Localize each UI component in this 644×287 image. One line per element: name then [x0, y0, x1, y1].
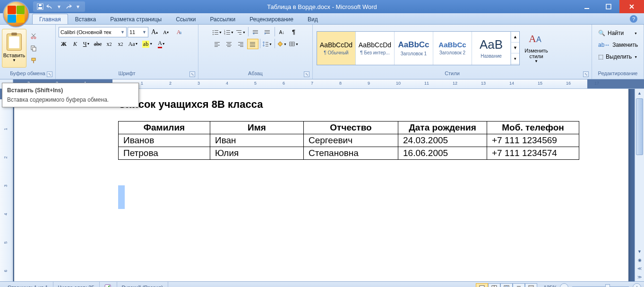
format-painter-button[interactable] — [28, 55, 39, 66]
style-item-4[interactable]: AaBНазвание — [472, 32, 511, 65]
font-size-combo[interactable]: 11▼ — [128, 27, 148, 37]
style-item-3[interactable]: AaBbCcЗаголовок 2 — [433, 32, 472, 65]
vertical-scrollbar[interactable]: ▲ ▼ ◉ ≪ ≫ — [635, 89, 644, 281]
tab-mailings[interactable]: Рассылки — [203, 14, 242, 24]
align-center-button[interactable] — [223, 39, 235, 49]
document-table[interactable]: ФамилияИмяОтчествоДата рожденияМоб. теле… — [118, 121, 579, 160]
gallery-more[interactable]: ▾ — [511, 53, 519, 64]
superscript-button[interactable]: x2 — [115, 39, 126, 49]
sort-button[interactable]: A↓ — [276, 27, 288, 37]
help-icon[interactable]: ? — [630, 15, 637, 23]
prev-page-button[interactable]: ≪ — [635, 264, 644, 273]
show-marks-button[interactable]: ¶ — [288, 27, 300, 37]
paragraph-dialog-launcher[interactable]: ⤡ — [304, 71, 309, 77]
maximize-button[interactable] — [598, 0, 619, 13]
scroll-thumb[interactable] — [636, 98, 643, 155]
web-layout-view-button[interactable] — [500, 283, 513, 287]
qat-customize-icon[interactable]: ▾ — [74, 2, 82, 11]
scroll-up-button[interactable]: ▲ — [635, 89, 644, 97]
gallery-down[interactable]: ▼ — [511, 43, 519, 53]
subscript-button[interactable]: x2 — [104, 39, 114, 49]
spell-check-icon[interactable] — [100, 282, 117, 287]
language-status[interactable]: Русский (Россия) — [117, 282, 168, 287]
save-icon[interactable] — [36, 2, 44, 11]
next-page-button[interactable]: ≫ — [635, 273, 644, 281]
table-cell[interactable]: +7 111 1234569 — [487, 134, 579, 147]
table-cell[interactable]: Иванов — [119, 134, 210, 147]
office-button[interactable] — [3, 1, 29, 27]
change-styles-button[interactable]: AA Изменить стили ▼ — [522, 31, 551, 65]
font-dialog-launcher[interactable]: ⤡ — [189, 71, 195, 77]
style-item-1[interactable]: AaBbCcDd¶ Без интер... — [356, 32, 395, 65]
font-name-combo[interactable]: Calibri (Основной тек▼ — [59, 27, 127, 37]
minimize-button[interactable] — [576, 0, 598, 13]
close-button[interactable] — [619, 0, 644, 13]
italic-button[interactable]: К — [70, 39, 80, 49]
table-header-cell[interactable]: Дата рождения — [398, 122, 487, 134]
numbering-button[interactable]: 123▼ — [223, 27, 235, 37]
table-row[interactable]: ИвановИванСергеевич24.03.2005+7 111 1234… — [119, 134, 579, 147]
style-item-2[interactable]: AaBbCcЗаголовок 1 — [395, 32, 433, 65]
table-header-cell[interactable]: Моб. телефон — [487, 122, 579, 134]
table-cell[interactable]: 16.06.2005 — [398, 147, 487, 160]
shading-button[interactable]: ▼ — [276, 39, 288, 49]
style-item-0[interactable]: AaBbCcDd¶ Обычный — [317, 32, 356, 65]
strikethrough-button[interactable]: abc — [93, 39, 103, 49]
print-layout-view-button[interactable] — [476, 283, 488, 287]
cut-button[interactable] — [28, 30, 39, 42]
select-button[interactable]: ⬚Выделить ▼ — [595, 51, 640, 62]
table-cell[interactable]: Юлия — [210, 147, 304, 160]
replace-button[interactable]: ab↔Заменить — [595, 39, 640, 51]
zoom-slider-thumb[interactable] — [605, 284, 610, 287]
vertical-ruler[interactable]: 1 2 3 4 5 6 — [0, 89, 13, 281]
find-button[interactable]: 🔍Найти ▼ — [595, 27, 640, 39]
redo-icon[interactable] — [64, 2, 73, 11]
justify-button[interactable] — [247, 39, 258, 49]
table-cell[interactable]: Степановна — [304, 147, 398, 160]
zoom-out-button[interactable]: − — [560, 283, 568, 287]
gallery-up[interactable]: ▲ — [511, 32, 519, 43]
font-color-button[interactable]: A▼ — [155, 39, 168, 49]
scroll-down-button[interactable]: ▼ — [635, 247, 644, 256]
outline-view-button[interactable] — [513, 283, 525, 287]
line-spacing-button[interactable]: ▼ — [262, 39, 273, 49]
table-header-cell[interactable]: Имя — [210, 122, 304, 134]
table-header-row[interactable]: ФамилияИмяОтчествоДата рожденияМоб. теле… — [119, 122, 579, 134]
tab-references[interactable]: Ссылки — [169, 14, 203, 24]
increase-indent-button[interactable] — [262, 27, 273, 37]
styles-dialog-launcher[interactable]: ⤡ — [583, 71, 589, 77]
change-case-button[interactable]: Aa▼ — [127, 39, 140, 49]
word-count[interactable]: Число слов: 25 — [53, 282, 100, 287]
align-right-button[interactable] — [235, 39, 247, 49]
tab-page-layout[interactable]: Разметка страницы — [103, 14, 169, 24]
paste-button[interactable]: Вставить ▼ — [2, 29, 26, 68]
undo-icon[interactable] — [45, 2, 54, 11]
table-cell[interactable]: Петрова — [119, 147, 210, 160]
grow-font-button[interactable]: A▴ — [149, 27, 160, 37]
bold-button[interactable]: Ж — [59, 39, 69, 49]
clipboard-dialog-launcher[interactable]: ⤡ — [47, 71, 52, 77]
copy-button[interactable] — [28, 43, 39, 54]
page-status[interactable]: Страница: 1 из 1 — [3, 282, 53, 287]
align-left-button[interactable] — [212, 39, 223, 49]
underline-button[interactable]: Ч ▼ — [81, 39, 92, 49]
table-cell[interactable]: Иван — [210, 134, 304, 147]
table-header-cell[interactable]: Фамилия — [119, 122, 210, 134]
shrink-font-button[interactable]: A▾ — [161, 27, 171, 37]
clear-formatting-button[interactable]: Aa — [172, 27, 185, 37]
table-cell[interactable]: Сергеевич — [304, 134, 398, 147]
table-cell[interactable]: 24.03.2005 — [398, 134, 487, 147]
tab-insert[interactable]: Вставка — [68, 14, 103, 24]
tab-home[interactable]: Главная — [32, 14, 68, 24]
bullets-button[interactable]: ▼ — [212, 27, 223, 37]
zoom-level[interactable]: 125% — [541, 285, 560, 287]
table-header-cell[interactable]: Отчество — [304, 122, 398, 134]
borders-button[interactable]: ▼ — [288, 39, 300, 49]
browse-object-button[interactable]: ◉ — [635, 256, 644, 264]
tab-view[interactable]: Вид — [301, 14, 325, 24]
document-page[interactable]: Список учащихся 8В класса ФамилияИмяОтче… — [14, 89, 628, 281]
zoom-in-button[interactable]: + — [633, 283, 641, 287]
decrease-indent-button[interactable] — [250, 27, 261, 37]
multilevel-list-button[interactable]: ▼ — [235, 27, 247, 37]
table-cell[interactable]: +7 111 1234574 — [487, 147, 579, 160]
